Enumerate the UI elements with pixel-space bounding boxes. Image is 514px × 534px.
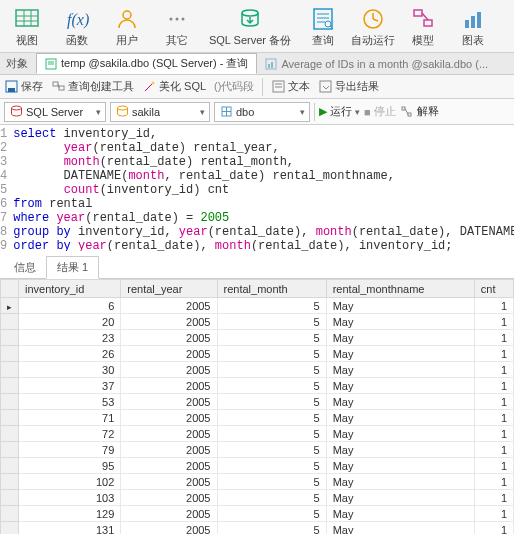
cell[interactable]: May xyxy=(326,490,474,506)
cell[interactable]: 20 xyxy=(19,314,121,330)
cell[interactable]: 2005 xyxy=(121,458,217,474)
cell[interactable]: 5 xyxy=(217,330,326,346)
cell[interactable]: 79 xyxy=(19,442,121,458)
cell[interactable]: 2005 xyxy=(121,442,217,458)
cell[interactable]: 5 xyxy=(217,298,326,314)
cell[interactable]: 5 xyxy=(217,394,326,410)
code-area[interactable]: select inventory_id, year(rental_date) r… xyxy=(13,127,514,251)
col-inventory_id[interactable]: inventory_id xyxy=(19,280,121,298)
server-dropdown[interactable]: SQL Server▾ xyxy=(4,102,106,122)
cell[interactable]: 129 xyxy=(19,506,121,522)
db-dropdown[interactable]: sakila▾ xyxy=(110,102,210,122)
table-row[interactable]: 10220055May1 xyxy=(1,474,514,490)
schema-dropdown[interactable]: dbo▾ xyxy=(214,102,310,122)
cell[interactable]: 1 xyxy=(474,522,513,535)
query-builder-button[interactable]: 查询创建工具 xyxy=(51,79,134,94)
cell[interactable]: 1 xyxy=(474,442,513,458)
export-button[interactable]: 导出结果 xyxy=(318,79,379,94)
cell[interactable]: 1 xyxy=(474,314,513,330)
cell[interactable]: 1 xyxy=(474,458,513,474)
grid-scroll[interactable]: inventory_idrental_yearrental_monthrenta… xyxy=(0,279,514,534)
cell[interactable]: 72 xyxy=(19,426,121,442)
cell[interactable]: 1 xyxy=(474,426,513,442)
col-rental_monthname[interactable]: rental_monthname xyxy=(326,280,474,298)
cell[interactable]: 5 xyxy=(217,314,326,330)
table-row[interactable]: 12920055May1 xyxy=(1,506,514,522)
ribbon-chart[interactable]: 图表 xyxy=(448,4,498,50)
inactive-file-tab[interactable]: Average of IDs in a month @sakila.dbo (.… xyxy=(257,56,496,72)
cell[interactable]: 1 xyxy=(474,394,513,410)
save-button[interactable]: 保存 xyxy=(4,79,43,94)
table-row[interactable]: 2320055May1 xyxy=(1,330,514,346)
cell[interactable]: 5 xyxy=(217,474,326,490)
table-row[interactable]: 10320055May1 xyxy=(1,490,514,506)
cell[interactable]: May xyxy=(326,474,474,490)
cell[interactable]: 2005 xyxy=(121,298,217,314)
cell[interactable]: 5 xyxy=(217,522,326,535)
cell[interactable]: 2005 xyxy=(121,314,217,330)
text-button[interactable]: 文本 xyxy=(271,79,310,94)
table-row[interactable]: 7120055May1 xyxy=(1,410,514,426)
run-button[interactable]: ▶运行▾ xyxy=(319,104,360,119)
ribbon-query[interactable]: 查询 xyxy=(298,4,348,50)
ribbon-other[interactable]: 其它 xyxy=(152,4,202,50)
snippet-button[interactable]: ()代码段 xyxy=(214,79,254,94)
cell[interactable]: 131 xyxy=(19,522,121,535)
cell[interactable]: May xyxy=(326,330,474,346)
cell[interactable]: 5 xyxy=(217,346,326,362)
cell[interactable]: 5 xyxy=(217,410,326,426)
cell[interactable]: 37 xyxy=(19,378,121,394)
table-row[interactable]: 3020055May1 xyxy=(1,362,514,378)
cell[interactable]: May xyxy=(326,346,474,362)
info-tab[interactable]: 信息 xyxy=(4,257,46,278)
ribbon-fx[interactable]: f(x)函数 xyxy=(52,4,102,50)
col-rental_month[interactable]: rental_month xyxy=(217,280,326,298)
cell[interactable]: 1 xyxy=(474,330,513,346)
table-row[interactable]: 5320055May1 xyxy=(1,394,514,410)
cell[interactable]: May xyxy=(326,506,474,522)
cell[interactable]: 23 xyxy=(19,330,121,346)
explain-button[interactable]: 解释 xyxy=(400,104,439,119)
table-row[interactable]: 2020055May1 xyxy=(1,314,514,330)
ribbon-view[interactable]: 视图 xyxy=(2,4,52,50)
stop-button[interactable]: ■停止 xyxy=(364,104,396,119)
ribbon-auto[interactable]: 自动运行 xyxy=(348,4,398,50)
cell[interactable]: 1 xyxy=(474,506,513,522)
cell[interactable]: 2005 xyxy=(121,378,217,394)
table-row[interactable]: ▸620055May1 xyxy=(1,298,514,314)
cell[interactable]: 1 xyxy=(474,474,513,490)
cell[interactable]: 2005 xyxy=(121,362,217,378)
cell[interactable]: 5 xyxy=(217,378,326,394)
cell[interactable]: 5 xyxy=(217,490,326,506)
cell[interactable]: May xyxy=(326,442,474,458)
col-rental_year[interactable]: rental_year xyxy=(121,280,217,298)
cell[interactable]: 6 xyxy=(19,298,121,314)
cell[interactable]: 53 xyxy=(19,394,121,410)
cell[interactable]: 5 xyxy=(217,426,326,442)
cell[interactable]: May xyxy=(326,298,474,314)
cell[interactable]: May xyxy=(326,314,474,330)
ribbon-backup[interactable]: SQL Server 备份 xyxy=(202,4,298,50)
cell[interactable]: 5 xyxy=(217,362,326,378)
cell[interactable]: 2005 xyxy=(121,506,217,522)
ribbon-user[interactable]: 用户 xyxy=(102,4,152,50)
cell[interactable]: 1 xyxy=(474,378,513,394)
object-tab[interactable]: 对象 xyxy=(6,56,28,71)
cell[interactable]: May xyxy=(326,362,474,378)
table-row[interactable]: 7220055May1 xyxy=(1,426,514,442)
sql-editor[interactable]: 123456789 select inventory_id, year(rent… xyxy=(0,125,514,251)
result-tab[interactable]: 结果 1 xyxy=(46,256,99,279)
cell[interactable]: 1 xyxy=(474,410,513,426)
cell[interactable]: 103 xyxy=(19,490,121,506)
cell[interactable]: 30 xyxy=(19,362,121,378)
table-row[interactable]: 13120055May1 xyxy=(1,522,514,535)
beautify-button[interactable]: 美化 SQL xyxy=(142,79,206,94)
cell[interactable]: May xyxy=(326,522,474,535)
cell[interactable]: May xyxy=(326,394,474,410)
cell[interactable]: 1 xyxy=(474,490,513,506)
cell[interactable]: 1 xyxy=(474,346,513,362)
cell[interactable]: 2005 xyxy=(121,410,217,426)
cell[interactable]: 102 xyxy=(19,474,121,490)
cell[interactable]: 26 xyxy=(19,346,121,362)
cell[interactable]: 5 xyxy=(217,442,326,458)
